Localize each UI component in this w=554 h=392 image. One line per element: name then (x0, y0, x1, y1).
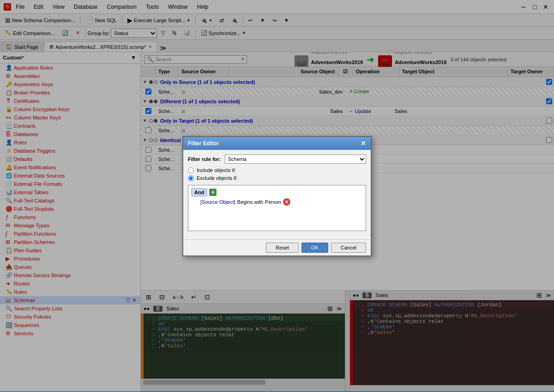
remove-condition-button[interactable]: ✕ (283, 198, 290, 206)
ok-button[interactable]: OK (301, 243, 328, 253)
cancel-button[interactable]: Cancel (331, 243, 366, 253)
condition-and-row: And + (191, 188, 363, 196)
include-radio-item: Include objects if: (188, 167, 366, 173)
exclude-radio[interactable] (188, 175, 194, 181)
and-label: And (191, 188, 207, 196)
filter-conditions: And + [Source Object] Begins with Person… (188, 185, 366, 231)
filter-editor-modal: Filter Editor ✕ Filter rule for: Schema … (182, 136, 372, 256)
condition-operator: Begins with (237, 199, 263, 205)
filter-rule-select[interactable]: Schema (225, 154, 366, 164)
include-label: Include objects if: (197, 167, 236, 173)
modal-title: Filter Editor (188, 140, 219, 147)
filter-rule-row: Filter rule for: Schema (188, 154, 366, 164)
modal-close-button[interactable]: ✕ (361, 140, 366, 147)
condition-item: [Source Object] Begins with Person ✕ (200, 198, 363, 206)
condition-value: Person (265, 199, 281, 205)
condition-field: [Source Object] (200, 199, 235, 205)
include-radio[interactable] (188, 167, 194, 173)
add-condition-button[interactable]: + (209, 189, 217, 196)
filter-rule-label: Filter rule for: (188, 156, 221, 162)
reset-button[interactable]: Reset (266, 243, 299, 253)
modal-footer: Reset OK Cancel (183, 239, 371, 255)
exclude-radio-item: Exclude objects if: (188, 175, 366, 181)
modal-body: Filter rule for: Schema Include objects … (183, 150, 371, 239)
modal-overlay: Filter Editor ✕ Filter rule for: Schema … (0, 0, 554, 392)
filter-radio-group: Include objects if: Exclude objects if: (188, 167, 366, 181)
modal-titlebar: Filter Editor ✕ (183, 137, 371, 150)
exclude-label: Exclude objects if: (197, 175, 238, 181)
